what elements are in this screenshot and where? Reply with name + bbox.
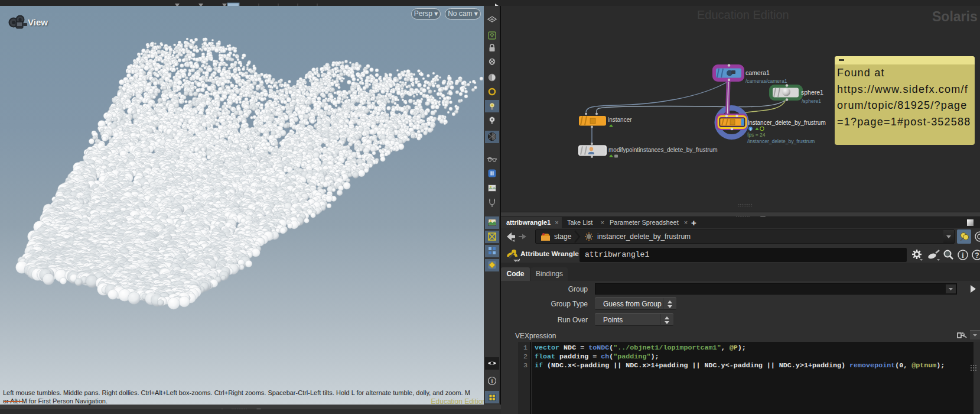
svg-text:/cameras/camera1: /cameras/camera1 [745,78,787,84]
svg-text:instancer: instancer [608,117,632,123]
svg-text:?: ? [975,251,979,260]
svg-text:instancer_delete_by_frustrum: instancer_delete_by_frustrum [748,119,826,126]
svg-text:camera1: camera1 [745,69,770,76]
svg-text:/instancer_delete_by_frustrum: /instancer_delete_by_frustrum [747,138,815,144]
svg-text:i: i [962,251,964,260]
svg-text:i: i [491,378,493,384]
svg-text:sphere1: sphere1 [801,89,823,96]
svg-text:/sphere1: /sphere1 [802,98,821,104]
svg-text:fps = 24: fps = 24 [747,132,766,138]
svg-text:i: i [750,127,751,131]
svg-text:modifypointinstances_delete_by: modifypointinstances_delete_by_frustrum [608,147,718,153]
